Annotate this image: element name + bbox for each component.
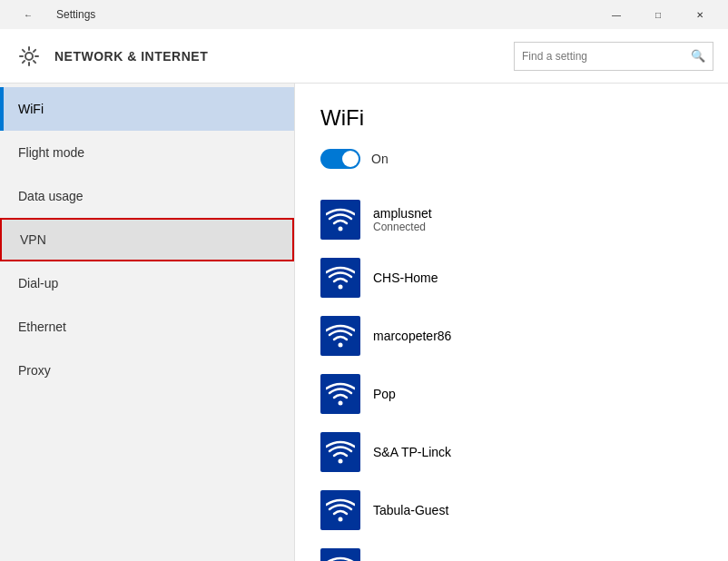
wifi-icon	[320, 316, 360, 356]
network-status: Connected	[373, 221, 432, 233]
minimize-button[interactable]: —	[595, 0, 637, 29]
network-info: marcopeter86	[373, 329, 451, 343]
network-info: CHS-Home	[373, 271, 438, 285]
toggle-label: On	[371, 152, 389, 166]
sidebar-label-dial-up: Dial-up	[18, 276, 58, 290]
wifi-icon	[320, 200, 360, 240]
wifi-toggle-row: On	[320, 149, 703, 169]
gear-icon	[15, 42, 44, 71]
accent-bar	[0, 87, 4, 131]
sidebar-item-flight-mode[interactable]: Flight mode	[0, 131, 294, 174]
svg-point-2	[339, 285, 343, 290]
wifi-toggle[interactable]	[320, 149, 360, 169]
network-item[interactable]: Tabula	[320, 539, 703, 561]
wifi-svg	[326, 323, 355, 349]
svg-point-5	[339, 459, 343, 464]
network-info: Tabula-Guest	[373, 503, 448, 517]
sidebar-item-proxy[interactable]: Proxy	[0, 349, 294, 392]
sidebar-item-dial-up[interactable]: Dial-up	[0, 261, 294, 305]
sidebar-spacer	[0, 392, 294, 561]
maximize-button[interactable]: □	[637, 0, 679, 29]
wifi-svg	[326, 556, 355, 561]
svg-point-1	[339, 227, 343, 231]
wifi-svg	[326, 381, 355, 407]
svg-point-3	[339, 343, 343, 348]
wifi-icon	[320, 432, 360, 472]
app-header: NETWORK & INTERNET 🔍	[0, 29, 728, 84]
network-item[interactable]: Tabula-Guest	[320, 481, 703, 539]
svg-point-0	[25, 53, 33, 60]
titlebar: ← Settings — □ ✕	[0, 0, 728, 29]
network-list: amplusnetConnected CHS-Home marcopeter86…	[320, 191, 703, 561]
network-item[interactable]: Pop	[320, 365, 703, 423]
toggle-knob	[342, 151, 359, 167]
network-info: S&A TP-Linck	[373, 445, 451, 459]
sidebar-label-data-usage: Data usage	[18, 189, 84, 203]
sidebar: WiFi Flight mode Data usage VPN Dial-up …	[0, 84, 295, 561]
network-info: amplusnetConnected	[373, 206, 432, 233]
titlebar-left: ← Settings	[7, 0, 95, 29]
sidebar-item-vpn[interactable]: VPN	[0, 218, 294, 261]
sidebar-label-wifi: WiFi	[18, 102, 44, 116]
back-button[interactable]: ←	[7, 0, 49, 29]
network-item[interactable]: CHS-Home	[320, 249, 703, 307]
page-title: WiFi	[320, 105, 703, 131]
titlebar-title: Settings	[56, 8, 95, 21]
wifi-icon	[320, 490, 360, 530]
svg-point-6	[339, 517, 343, 522]
sidebar-label-proxy: Proxy	[18, 363, 51, 378]
sidebar-label-flight-mode: Flight mode	[18, 145, 84, 160]
wifi-svg	[326, 265, 355, 290]
header-title: NETWORK & INTERNET	[54, 49, 208, 64]
network-name: S&A TP-Linck	[373, 445, 451, 459]
sidebar-item-wifi[interactable]: WiFi	[0, 87, 294, 131]
search-box[interactable]: 🔍	[514, 42, 713, 71]
titlebar-controls: — □ ✕	[595, 0, 721, 29]
sidebar-item-ethernet[interactable]: Ethernet	[0, 305, 294, 349]
sidebar-item-data-usage[interactable]: Data usage	[0, 174, 294, 218]
wifi-icon	[320, 374, 360, 414]
search-button[interactable]: 🔍	[691, 49, 705, 63]
network-name: Tabula-Guest	[373, 503, 448, 517]
wifi-svg	[326, 439, 355, 465]
header-left: NETWORK & INTERNET	[15, 42, 208, 71]
wifi-svg	[326, 497, 355, 523]
content-panel: WiFi On amplusnetConnected CHS-Home marc…	[295, 84, 728, 561]
network-item[interactable]: marcopeter86	[320, 307, 703, 365]
network-info: Pop	[373, 387, 396, 401]
close-button[interactable]: ✕	[679, 0, 721, 29]
sidebar-label-ethernet: Ethernet	[18, 320, 66, 334]
svg-point-4	[339, 401, 343, 406]
search-input[interactable]	[522, 50, 691, 63]
network-name: Pop	[373, 387, 396, 401]
network-name: amplusnet	[373, 206, 432, 221]
main-content: WiFi Flight mode Data usage VPN Dial-up …	[0, 84, 728, 561]
network-item[interactable]: amplusnetConnected	[320, 191, 703, 249]
wifi-svg	[326, 207, 355, 232]
wifi-icon	[320, 548, 360, 561]
wifi-icon	[320, 258, 360, 298]
network-name: marcopeter86	[373, 329, 451, 343]
network-name: CHS-Home	[373, 271, 438, 285]
network-item[interactable]: S&A TP-Linck	[320, 423, 703, 481]
sidebar-label-vpn: VPN	[20, 232, 46, 247]
